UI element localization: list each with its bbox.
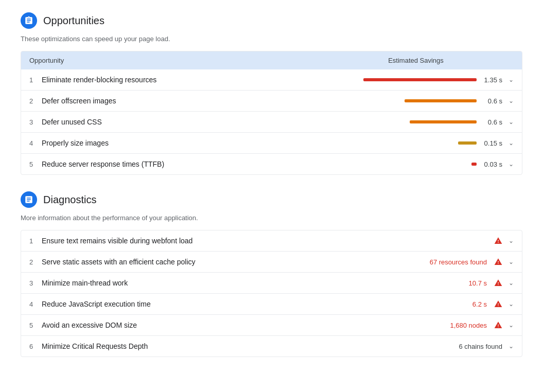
expand-chevron[interactable]: ⌄ bbox=[509, 76, 514, 83]
diagnostics-icon bbox=[21, 191, 37, 208]
savings-value: 1.35 s bbox=[481, 76, 502, 84]
expand-chevron[interactable]: ⌄ bbox=[509, 343, 514, 350]
row-label: Reduce server response times (TTFB) bbox=[42, 160, 318, 168]
savings-bar bbox=[405, 99, 477, 102]
diag-value: 67 resources found bbox=[425, 258, 487, 266]
diag-value: 10.7 s bbox=[425, 279, 487, 287]
row-number: 1 bbox=[29, 76, 42, 84]
diag-row-right: 6.2 s⌄ bbox=[318, 300, 514, 308]
table-row: 3 Defer unused CSS 0.6 s ⌄ bbox=[21, 111, 522, 132]
expand-chevron[interactable]: ⌄ bbox=[509, 161, 514, 168]
expand-chevron[interactable]: ⌄ bbox=[509, 139, 514, 147]
row-label: Eliminate render-blocking resources bbox=[42, 76, 318, 84]
savings-value: 0.6 s bbox=[481, 97, 502, 105]
diagnostics-table: 1 Ensure text remains visible during web… bbox=[21, 230, 522, 357]
row-label: Properly size images bbox=[42, 139, 318, 147]
row-number: 6 bbox=[29, 343, 42, 350]
expand-chevron[interactable]: ⌄ bbox=[509, 322, 514, 329]
opportunities-table-header: Opportunity Estimated Savings bbox=[21, 51, 522, 69]
savings-bar bbox=[410, 120, 477, 123]
row-number: 5 bbox=[29, 161, 42, 168]
row-number: 3 bbox=[29, 279, 42, 287]
warning-icon bbox=[494, 279, 502, 287]
row-label: Reduce JavaScript execution time bbox=[42, 300, 318, 308]
diagnostics-section: Diagnostics More information about the p… bbox=[21, 191, 522, 357]
expand-chevron[interactable]: ⌄ bbox=[509, 118, 514, 126]
table-row: 4 Properly size images 0.15 s ⌄ bbox=[21, 132, 522, 153]
bar-container bbox=[318, 99, 477, 102]
expand-chevron[interactable]: ⌄ bbox=[509, 97, 514, 104]
row-label: Ensure text remains visible during webfo… bbox=[42, 237, 318, 245]
diagnostics-rows: 1 Ensure text remains visible during web… bbox=[21, 230, 522, 357]
table-row: 6 Minimize Critical Requests Depth 6 cha… bbox=[21, 335, 522, 357]
diagnostics-svg-icon bbox=[24, 195, 33, 204]
row-label: Defer unused CSS bbox=[42, 118, 318, 126]
row-number: 3 bbox=[29, 118, 42, 126]
opportunities-rows: 1 Eliminate render-blocking resources 1.… bbox=[21, 69, 522, 174]
row-savings: 0.6 s ⌄ bbox=[318, 118, 514, 126]
opportunities-header: Opportunities bbox=[21, 12, 522, 29]
warning-icon bbox=[494, 300, 502, 308]
row-savings: 0.03 s ⌄ bbox=[318, 161, 514, 168]
col-savings-header: Estimated Savings bbox=[318, 57, 514, 64]
warning-icon bbox=[494, 258, 502, 266]
row-number: 2 bbox=[29, 97, 42, 105]
row-savings: 0.6 s ⌄ bbox=[318, 97, 514, 105]
opportunities-title: Opportunities bbox=[43, 15, 104, 27]
table-row: 3 Minimize main-thread work 10.7 s⌄ bbox=[21, 272, 522, 293]
opportunities-table: Opportunity Estimated Savings 1 Eliminat… bbox=[21, 51, 522, 175]
row-number: 2 bbox=[29, 258, 42, 266]
expand-chevron[interactable]: ⌄ bbox=[509, 279, 514, 287]
savings-bar bbox=[471, 163, 477, 166]
warning-icon bbox=[494, 237, 502, 245]
row-number: 4 bbox=[29, 139, 42, 147]
expand-chevron[interactable]: ⌄ bbox=[509, 237, 514, 244]
bar-container bbox=[318, 163, 477, 166]
table-row: 2 Defer offscreen images 0.6 s ⌄ bbox=[21, 90, 522, 111]
diag-row-right: ⌄ bbox=[318, 237, 514, 245]
diagnostics-header: Diagnostics bbox=[21, 191, 522, 208]
bar-container bbox=[318, 78, 477, 81]
opportunities-subtitle: These optimizations can speed up your pa… bbox=[21, 35, 522, 43]
row-label: Avoid an excessive DOM size bbox=[42, 321, 318, 329]
savings-value: 0.15 s bbox=[481, 139, 502, 147]
diag-value: 1,680 nodes bbox=[425, 322, 487, 329]
bar-container bbox=[318, 141, 477, 145]
opportunities-icon bbox=[21, 12, 37, 29]
row-label: Minimize main-thread work bbox=[42, 279, 318, 287]
diag-value: 6.2 s bbox=[425, 300, 487, 308]
table-row: 1 Ensure text remains visible during web… bbox=[21, 230, 522, 251]
table-row: 5 Reduce server response times (TTFB) 0.… bbox=[21, 153, 522, 174]
row-savings: 0.15 s ⌄ bbox=[318, 139, 514, 147]
diag-row-right: 1,680 nodes⌄ bbox=[318, 321, 514, 329]
savings-bar bbox=[363, 78, 477, 81]
expand-chevron[interactable]: ⌄ bbox=[509, 258, 514, 265]
diag-row-right: 67 resources found⌄ bbox=[318, 258, 514, 266]
table-row: 5 Avoid an excessive DOM size 1,680 node… bbox=[21, 314, 522, 335]
row-label: Minimize Critical Requests Depth bbox=[42, 342, 318, 350]
bar-container bbox=[318, 120, 477, 123]
diagnostics-subtitle: More information about the performance o… bbox=[21, 214, 522, 222]
col-opportunity-header: Opportunity bbox=[29, 57, 318, 64]
expand-chevron[interactable]: ⌄ bbox=[509, 300, 514, 308]
savings-value: 0.6 s bbox=[481, 118, 502, 126]
row-number: 4 bbox=[29, 300, 42, 308]
diagnostics-title: Diagnostics bbox=[43, 194, 96, 206]
row-savings: 1.35 s ⌄ bbox=[318, 76, 514, 84]
opportunities-section: Opportunities These optimizations can sp… bbox=[21, 12, 522, 175]
diag-row-right: 6 chains found⌄ bbox=[318, 343, 514, 350]
table-row: 4 Reduce JavaScript execution time 6.2 s… bbox=[21, 293, 522, 314]
savings-bar bbox=[458, 141, 477, 145]
warning-icon bbox=[494, 321, 502, 329]
row-label: Defer offscreen images bbox=[42, 97, 318, 105]
diag-row-right: 10.7 s⌄ bbox=[318, 279, 514, 287]
table-row: 2 Serve static assets with an efficient … bbox=[21, 251, 522, 272]
table-row: 1 Eliminate render-blocking resources 1.… bbox=[21, 69, 522, 90]
diag-value: 6 chains found bbox=[441, 343, 502, 350]
opportunities-svg-icon bbox=[24, 16, 33, 25]
row-number: 5 bbox=[29, 322, 42, 329]
row-label: Serve static assets with an efficient ca… bbox=[42, 258, 318, 266]
savings-value: 0.03 s bbox=[481, 161, 502, 168]
row-number: 1 bbox=[29, 237, 42, 245]
